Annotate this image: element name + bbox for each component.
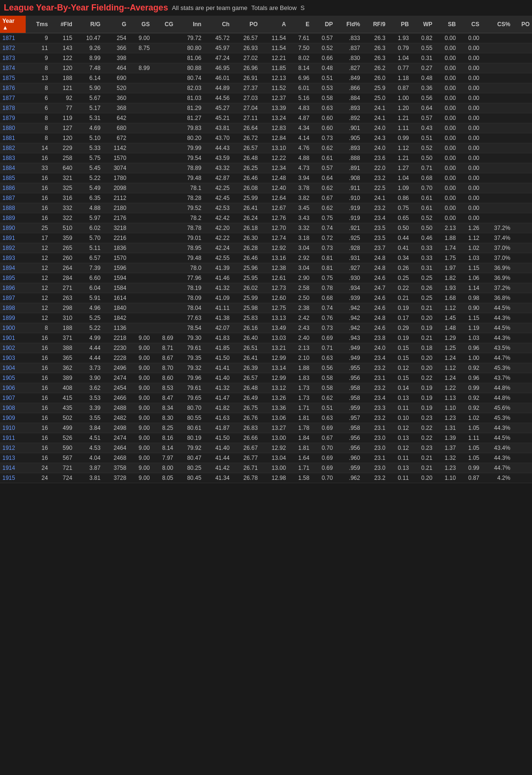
year-link-1899[interactable]: 1899 — [2, 315, 15, 321]
cell-32-0[interactable]: 1903 — [0, 353, 26, 363]
year-link-1873[interactable]: 1873 — [2, 55, 15, 61]
year-link-1909[interactable]: 1909 — [2, 415, 15, 421]
cell-14-20 — [512, 173, 532, 183]
year-link-1885[interactable]: 1885 — [2, 175, 15, 181]
cell-0-0[interactable]: 1871 — [0, 33, 26, 43]
year-link-1877[interactable]: 1877 — [2, 95, 15, 101]
year-link-1894[interactable]: 1894 — [2, 265, 15, 271]
cell-42-0[interactable]: 1913 — [0, 453, 26, 463]
cell-43-0[interactable]: 1914 — [0, 463, 26, 473]
cell-38-0[interactable]: 1909 — [0, 413, 26, 423]
year-link-1906[interactable]: 1906 — [2, 385, 15, 391]
cell-27-0[interactable]: 1898 — [0, 303, 26, 313]
cell-9-0[interactable]: 1880 — [0, 123, 26, 133]
cell-23-0[interactable]: 1894 — [0, 263, 26, 273]
year-link-1891[interactable]: 1891 — [2, 235, 15, 241]
cell-8-8: 45.21 — [204, 113, 232, 123]
cell-6-0[interactable]: 1877 — [0, 93, 26, 103]
year-link-1875[interactable]: 1875 — [2, 75, 15, 81]
cell-15-0[interactable]: 1886 — [0, 183, 26, 193]
cell-14-0[interactable]: 1885 — [0, 173, 26, 183]
cell-34-0[interactable]: 1905 — [0, 373, 26, 383]
year-link-1908[interactable]: 1908 — [2, 405, 15, 411]
year-link-1886[interactable]: 1886 — [2, 185, 15, 191]
year-link-1901[interactable]: 1901 — [2, 335, 15, 341]
cell-20-0[interactable]: 1891 — [0, 233, 26, 243]
cell-35-0[interactable]: 1906 — [0, 383, 26, 393]
cell-44-0[interactable]: 1915 — [0, 473, 26, 483]
cell-28-0[interactable]: 1899 — [0, 313, 26, 323]
year-link-1892[interactable]: 1892 — [2, 245, 15, 251]
cell-33-0[interactable]: 1904 — [0, 363, 26, 373]
year-link-1903[interactable]: 1903 — [2, 355, 15, 361]
year-link-1881[interactable]: 1881 — [2, 135, 15, 141]
year-link-1910[interactable]: 1910 — [2, 425, 15, 431]
cell-8-0[interactable]: 1879 — [0, 113, 26, 123]
cell-21-0[interactable]: 1892 — [0, 243, 26, 253]
cell-2-3: 8.99 — [75, 53, 103, 63]
year-link-1887[interactable]: 1887 — [2, 195, 15, 201]
cell-36-0[interactable]: 1907 — [0, 393, 26, 403]
cell-3-0[interactable]: 1874 — [0, 63, 26, 73]
year-link-1898[interactable]: 1898 — [2, 305, 15, 311]
year-link-1878[interactable]: 1878 — [2, 105, 15, 111]
year-link-1905[interactable]: 1905 — [2, 375, 15, 381]
cell-40-0[interactable]: 1911 — [0, 433, 26, 443]
year-link-1893[interactable]: 1893 — [2, 255, 15, 261]
year-link-1904[interactable]: 1904 — [2, 365, 15, 371]
cell-2-0[interactable]: 1873 — [0, 53, 26, 63]
year-link-1871[interactable]: 1871 — [2, 35, 15, 41]
cell-18-0[interactable]: 1889 — [0, 213, 26, 223]
cell-21-6 — [152, 243, 176, 253]
year-link-1889[interactable]: 1889 — [2, 215, 15, 221]
cell-30-0[interactable]: 1901 — [0, 333, 26, 343]
cell-16-0[interactable]: 1887 — [0, 193, 26, 203]
year-link-1874[interactable]: 1874 — [2, 65, 15, 71]
year-link-1876[interactable]: 1876 — [2, 85, 15, 91]
cell-0-9: 26.57 — [232, 33, 260, 43]
year-link-1882[interactable]: 1882 — [2, 145, 15, 151]
cell-7-0[interactable]: 1878 — [0, 103, 26, 113]
year-link-1915[interactable]: 1915 — [2, 475, 15, 481]
cell-18-6 — [152, 213, 176, 223]
cell-38-7: 80.55 — [176, 413, 204, 423]
cell-41-0[interactable]: 1912 — [0, 443, 26, 453]
year-link-1888[interactable]: 1888 — [2, 205, 15, 211]
cell-41-19: 43.4% — [482, 443, 512, 453]
year-link-1913[interactable]: 1913 — [2, 455, 15, 461]
cell-19-0[interactable]: 1890 — [0, 223, 26, 233]
year-link-1872[interactable]: 1872 — [2, 45, 15, 51]
year-link-1884[interactable]: 1884 — [2, 165, 15, 171]
year-link-1900[interactable]: 1900 — [2, 325, 15, 331]
cell-35-19: 44.8% — [482, 383, 512, 393]
cell-13-0[interactable]: 1884 — [0, 163, 26, 173]
cell-37-0[interactable]: 1908 — [0, 403, 26, 413]
year-link-1880[interactable]: 1880 — [2, 125, 15, 131]
year-link-1907[interactable]: 1907 — [2, 395, 15, 401]
cell-4-0[interactable]: 1875 — [0, 73, 26, 83]
cell-31-0[interactable]: 1902 — [0, 343, 26, 353]
cell-1-20 — [512, 43, 532, 53]
cell-25-0[interactable]: 1896 — [0, 283, 26, 293]
cell-12-0[interactable]: 1883 — [0, 153, 26, 163]
year-link-1902[interactable]: 1902 — [2, 345, 15, 351]
year-link-1895[interactable]: 1895 — [2, 275, 15, 281]
cell-22-0[interactable]: 1893 — [0, 253, 26, 263]
cell-1-0[interactable]: 1872 — [0, 43, 26, 53]
year-link-1897[interactable]: 1897 — [2, 295, 15, 301]
cell-24-0[interactable]: 1895 — [0, 273, 26, 283]
year-link-1879[interactable]: 1879 — [2, 115, 15, 121]
year-link-1896[interactable]: 1896 — [2, 285, 15, 291]
cell-10-0[interactable]: 1881 — [0, 133, 26, 143]
year-link-1912[interactable]: 1912 — [2, 445, 15, 451]
cell-29-0[interactable]: 1900 — [0, 323, 26, 333]
cell-39-0[interactable]: 1910 — [0, 423, 26, 433]
year-link-1911[interactable]: 1911 — [2, 435, 15, 441]
cell-26-0[interactable]: 1897 — [0, 293, 26, 303]
cell-11-0[interactable]: 1882 — [0, 143, 26, 153]
year-link-1890[interactable]: 1890 — [2, 225, 15, 231]
year-link-1914[interactable]: 1914 — [2, 465, 15, 471]
cell-17-0[interactable]: 1888 — [0, 203, 26, 213]
cell-5-0[interactable]: 1876 — [0, 83, 26, 93]
year-link-1883[interactable]: 1883 — [2, 155, 15, 161]
